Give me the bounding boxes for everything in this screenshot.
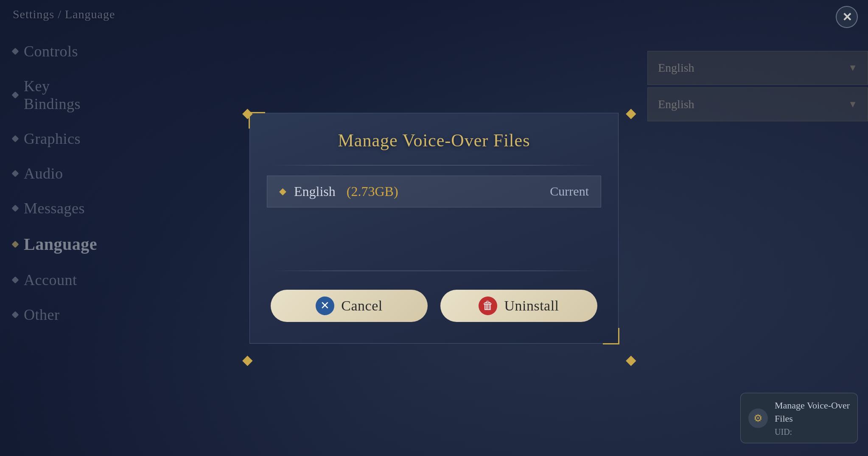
- divider-top: [271, 165, 597, 165]
- cancel-icon: ✕: [316, 297, 334, 315]
- tooltip-content: Manage Voice-OverFiles UID:: [775, 399, 850, 437]
- manage-voice-over-modal: Manage Voice-Over Files ◆ English (2.73G…: [249, 113, 619, 344]
- voice-item-english[interactable]: ◆ English (2.73GB) Current: [267, 176, 601, 207]
- voice-name: English: [294, 184, 336, 199]
- uid-label: UID:: [775, 427, 850, 437]
- divider-bottom: [271, 271, 597, 271]
- uninstall-label: Uninstall: [504, 298, 559, 314]
- voice-list: ◆ English (2.73GB) Current: [267, 176, 601, 260]
- voice-item-left: ◆ English (2.73GB): [279, 184, 398, 199]
- modal-title: Manage Voice-Over Files: [267, 130, 601, 155]
- tooltip-badge: ⚙ Manage Voice-OverFiles UID:: [740, 393, 858, 443]
- cancel-label: Cancel: [341, 298, 382, 314]
- cancel-button[interactable]: ✕ Cancel: [271, 290, 428, 322]
- modal-buttons: ✕ Cancel 🗑 Uninstall: [267, 290, 601, 322]
- tooltip-label: Manage Voice-OverFiles: [775, 399, 850, 425]
- modal-overlay: Manage Voice-Over Files ◆ English (2.73G…: [0, 0, 868, 456]
- gear-icon: ⚙: [748, 408, 768, 428]
- trash-icon: 🗑: [479, 297, 497, 315]
- voice-size: (2.73GB): [347, 184, 398, 199]
- close-button[interactable]: ✕: [836, 6, 858, 28]
- diamond-icon: ◆: [279, 186, 286, 197]
- voice-status: Current: [550, 184, 589, 199]
- uninstall-button[interactable]: 🗑 Uninstall: [440, 290, 597, 322]
